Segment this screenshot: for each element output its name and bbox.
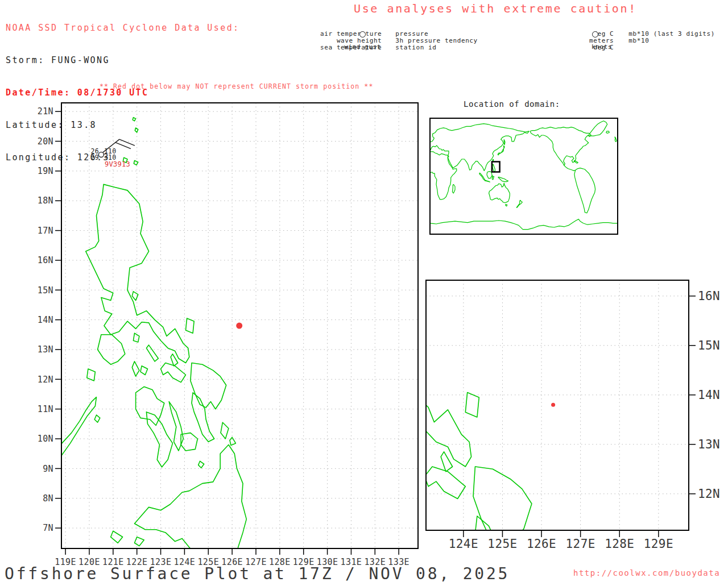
coastline <box>132 361 139 376</box>
warning-note: ** Red dot below may NOT represent CURRE… <box>100 82 373 90</box>
coastline <box>441 452 453 472</box>
coastline <box>530 127 591 165</box>
coastline <box>452 184 455 193</box>
unit-wind-gust: knots <box>592 43 612 51</box>
coastline <box>615 137 617 142</box>
coastline <box>135 537 144 546</box>
coastline <box>493 159 494 161</box>
coastline <box>132 292 138 301</box>
station-circle-icon <box>98 152 104 157</box>
x-axis-label: 125E <box>487 537 517 551</box>
y-axis-label: 11N <box>38 404 53 414</box>
y-axis-label: 20N <box>38 136 53 147</box>
coastline <box>87 369 96 381</box>
y-axis-label: 13N <box>38 344 53 355</box>
coastline <box>22 397 97 487</box>
key-wind-gust: wind gust <box>321 43 404 51</box>
coastline <box>230 437 235 445</box>
coastline <box>146 345 158 361</box>
coastline <box>140 366 148 375</box>
y-axis-label: 21N <box>38 106 53 117</box>
surface-plot-page: NOAA SSD Tropical Cyclone Data Used: Sto… <box>0 0 728 582</box>
footer-title: Offshore Surface Plot at 17Z / NOV 08, 2… <box>5 564 510 582</box>
coastline <box>181 433 197 451</box>
y-axis-label: 16N <box>38 255 53 265</box>
coastline <box>135 128 138 132</box>
coastline <box>133 333 139 342</box>
coastline <box>498 177 508 181</box>
coastline <box>574 168 595 213</box>
x-axis-label: 129E <box>644 537 673 551</box>
x-axis-label: 128E <box>605 537 634 551</box>
coastline <box>489 183 510 203</box>
coastline <box>430 124 529 171</box>
coastline <box>186 318 195 333</box>
y-axis-label: 19N <box>38 166 53 176</box>
caution-banner: Use analyses with extreme caution! <box>354 2 637 15</box>
x-axis-label: 127E <box>566 537 595 551</box>
footer-url: http://coolwx.com/buoydata <box>573 568 720 577</box>
y-axis-label: 14N <box>698 388 720 402</box>
coastline <box>136 386 164 425</box>
coastline <box>465 393 479 418</box>
coastline <box>378 59 383 65</box>
domain-map <box>427 114 620 239</box>
domain-extent-rect <box>492 162 500 172</box>
y-axis-label: 8N <box>43 493 53 504</box>
coastline <box>94 415 100 422</box>
map-content: 2629110+109V3913 <box>22 103 418 559</box>
coastline <box>135 445 247 560</box>
coastline <box>504 139 505 145</box>
x-axis-label: 126E <box>527 537 556 551</box>
station-circle-icon <box>359 31 366 38</box>
station-id: 9V3913 <box>105 160 130 168</box>
map-content <box>430 121 618 230</box>
coastline <box>133 118 135 121</box>
y-axis-label: 12N <box>698 487 720 501</box>
coastline <box>492 176 494 180</box>
coastline <box>506 204 507 206</box>
coastline <box>161 363 186 383</box>
coastline <box>479 173 485 180</box>
map-frame <box>426 280 689 530</box>
station-sea-temp: 29 <box>90 153 98 161</box>
y-axis-label: 15N <box>38 285 53 296</box>
coastline <box>516 200 522 207</box>
coastline <box>382 76 387 84</box>
coastline <box>111 531 123 543</box>
y-axis-label: 10N <box>38 434 53 444</box>
y-axis-label: 7N <box>43 523 53 533</box>
coastline <box>589 121 607 136</box>
coastline <box>523 566 536 582</box>
y-axis-label: 14N <box>38 315 53 325</box>
tc-header-storm-line: Storm: FUNG-WONG <box>6 55 240 66</box>
coastline <box>192 393 214 442</box>
main-map: 2629110+109V3913119E120E121E122E123E124E… <box>31 98 432 567</box>
y-axis-label: 9N <box>43 464 53 474</box>
unit-pressure-tendency: mb*10 <box>628 37 649 44</box>
coastline <box>430 219 618 230</box>
tc-header-noaa-line: NOAA SSD Tropical Cyclone Data Used: <box>6 23 240 34</box>
y-axis-label: 16N <box>698 289 720 303</box>
coastline <box>171 354 178 366</box>
coastline <box>134 161 138 165</box>
coastline <box>485 180 490 182</box>
y-axis-label: 13N <box>698 438 720 451</box>
coastline <box>493 164 495 172</box>
domain-map-title: Location of domain: <box>464 99 560 109</box>
coastline <box>574 160 578 163</box>
coastline <box>498 146 504 155</box>
y-axis-label: 12N <box>38 375 53 385</box>
zoom-map: 124E125E126E127E128E129E16N15N14N13N12N <box>418 276 728 563</box>
station-circle-icon <box>592 31 598 38</box>
storm-position-dot <box>551 403 555 407</box>
coastline <box>606 131 610 134</box>
coastline <box>221 422 229 439</box>
coastline <box>564 165 576 171</box>
coastline <box>198 461 204 468</box>
x-axis-label: 124E <box>449 537 478 551</box>
storm-position-dot <box>236 323 242 329</box>
y-axis-label: 17N <box>38 226 53 236</box>
y-axis-label: 18N <box>38 196 53 206</box>
y-axis-label: 15N <box>698 339 720 352</box>
